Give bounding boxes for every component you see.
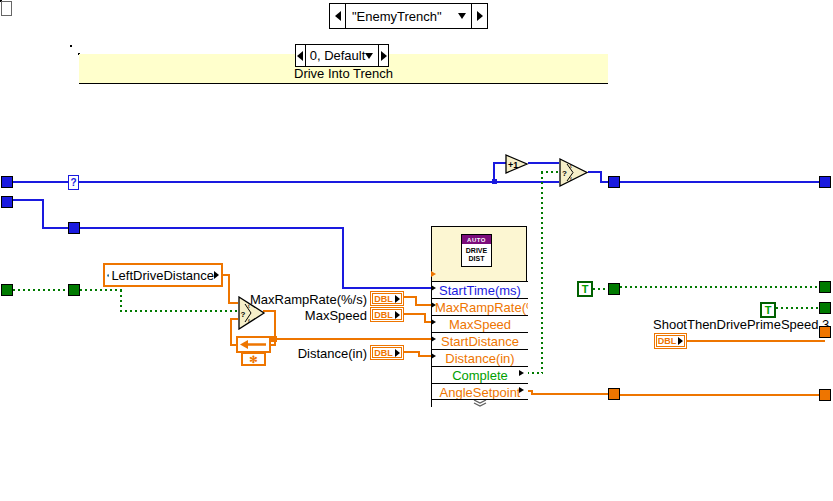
output-arrow-icon: [395, 311, 400, 319]
tunnel-green-inner-right[interactable]: [608, 283, 620, 295]
previous-case-button[interactable]: [296, 45, 306, 66]
wire-true2-out[interactable]: [776, 307, 819, 309]
inner-case-selector[interactable]: 0, Default: [295, 44, 389, 67]
dbl-type-label: DBL: [374, 310, 393, 320]
wire-blue-b3[interactable]: [42, 227, 344, 229]
input-arrow-icon: [431, 336, 436, 342]
inner-case-selector-label: 0, Default: [310, 48, 366, 63]
select-question-glyph: ?: [562, 169, 567, 178]
tunnel-blue-right[interactable]: [819, 176, 831, 188]
wire-green-out-right[interactable]: [620, 286, 819, 288]
dbl-terminal-maxspeed[interactable]: DBL: [370, 307, 404, 322]
dbl-terminal-distance[interactable]: DBL: [370, 345, 404, 360]
wire-junction-dot-orange[interactable]: [271, 336, 277, 342]
output-arrow-icon: [395, 349, 400, 357]
terminal-maxspeed[interactable]: MaxSpeed: [432, 315, 528, 332]
feedback-initializer[interactable]: ✻: [241, 352, 266, 366]
wire-complete-to-select[interactable]: [541, 171, 559, 173]
wire-dbl2-h[interactable]: [404, 313, 426, 315]
input-arrow-icon: [431, 353, 436, 359]
tunnel-orange-right-2[interactable]: [819, 389, 831, 401]
terminal-startdistance[interactable]: StartDistance: [432, 332, 528, 349]
tunnel-green-right-2[interactable]: [819, 302, 831, 314]
wire-blue-out-right[interactable]: [620, 181, 821, 183]
wire-blue-main[interactable]: [13, 181, 559, 183]
feedback-arrow-icon: [238, 338, 269, 351]
wire-true1-out[interactable]: [593, 288, 608, 290]
terminal-maxramprate[interactable]: MaxRampRate(%/s): [432, 298, 528, 315]
wire-green-in-1[interactable]: [13, 289, 70, 291]
wire-green-in-v[interactable]: [120, 290, 122, 311]
inner-case-structure-border[interactable]: [70, 45, 72, 47]
right-arrow-icon: [381, 51, 387, 61]
terminal-distance[interactable]: Distance(in): [432, 349, 528, 366]
wire-feedback-out-v[interactable]: [230, 318, 232, 346]
tunnel-blue-inner-right[interactable]: [608, 176, 620, 188]
next-case-button[interactable]: [378, 45, 388, 66]
select-question-glyph: ?: [241, 310, 246, 319]
tunnel-green-inner-left[interactable]: [68, 284, 80, 296]
subvi-header: AUTO DRIVE DIST: [432, 227, 526, 281]
expand-chevron[interactable]: [432, 399, 528, 407]
input-arrow-icon: [431, 271, 436, 277]
banner-text: Drive Into Trench: [294, 66, 393, 81]
tunnel-question-glyph: ?: [70, 177, 76, 188]
wire-green-to-select2[interactable]: [120, 310, 238, 312]
terminal-starttime[interactable]: StartTime(ms): [432, 281, 528, 298]
tunnel-green-right-1[interactable]: [819, 281, 831, 293]
next-case-button[interactable]: [471, 4, 487, 28]
feedback-init-glyph: ✻: [249, 354, 257, 365]
global-variable-label: LeftDriveDistance: [111, 268, 214, 283]
dbl-type-label: DBL: [374, 348, 393, 358]
dbl-terminal-maxramprate[interactable]: DBL: [370, 291, 404, 306]
increment-node[interactable]: +1: [505, 154, 529, 174]
output-arrow-icon: [678, 337, 683, 345]
dropdown-arrow-icon[interactable]: [458, 13, 466, 19]
dbl-constant-shootthendrive[interactable]: DBL: [654, 333, 687, 349]
terminal-complete[interactable]: Complete: [432, 366, 528, 383]
global-variable-leftdrivedistance[interactable]: LeftDriveDistance: [103, 263, 223, 287]
tunnel-blue-left-1[interactable]: [1, 176, 13, 188]
output-arrow-icon: [519, 370, 524, 376]
wire-orange-out-bottom[interactable]: [620, 394, 819, 396]
drive-dist-icon: AUTO DRIVE DIST: [461, 234, 492, 267]
tunnel-green-left[interactable]: [1, 284, 13, 296]
label-maxspeed: MaxSpeed: [280, 308, 367, 323]
wire-junction-dot[interactable]: [492, 179, 497, 184]
wire-shoot-dbl-out[interactable]: [687, 340, 825, 342]
increment-label: +1: [508, 160, 518, 170]
tunnel-orange-right-1[interactable]: [819, 326, 831, 338]
wire-feedback-to-select2[interactable]: [230, 318, 238, 320]
left-arrow-icon: [297, 51, 303, 61]
wire-blue-to-starttime[interactable]: [342, 287, 434, 289]
wire-complete-v[interactable]: [541, 172, 543, 373]
wire-increment-to-select[interactable]: [528, 162, 559, 164]
true-constant-2[interactable]: T: [760, 302, 776, 318]
drive-dist-subvi[interactable]: AUTO DRIVE DIST StartTime(ms) MaxRampRat…: [431, 226, 527, 407]
outer-case-selector[interactable]: "EnemyTrench": [329, 3, 488, 29]
select-node-top[interactable]: ? t f: [559, 158, 589, 187]
tunnel-blue-inner-left[interactable]: [68, 222, 80, 234]
true-constant-1[interactable]: T: [577, 281, 593, 297]
dropdown-arrow-icon[interactable]: [365, 53, 373, 59]
wire-blue-b1[interactable]: [13, 199, 44, 201]
right-arrow-icon: [477, 11, 483, 21]
icon-banner-text: AUTO: [462, 235, 491, 244]
labview-block-diagram: Drive Into Trench: [0, 0, 833, 501]
terminal-anglesetpoint[interactable]: AngleSetpoint: [432, 383, 528, 400]
double-chevron-down-icon: [473, 400, 487, 407]
tunnel-blue-left-2[interactable]: [1, 196, 13, 208]
wire-anglesetpoint-to-tunnel[interactable]: [531, 393, 608, 395]
output-arrow-icon: [214, 271, 219, 279]
wire-blue-b4[interactable]: [342, 227, 344, 288]
tunnel-orange-inner-right[interactable]: [608, 388, 620, 400]
outer-case-selector-label: "EnemyTrench": [352, 9, 442, 24]
wire-blue-b2[interactable]: [42, 199, 44, 228]
wire-to-startdistance[interactable]: [276, 338, 434, 340]
wire-green-in-2[interactable]: [80, 289, 122, 291]
output-arrow-icon: [395, 295, 400, 303]
feedback-node[interactable]: [236, 336, 271, 353]
true-label: T: [765, 304, 772, 316]
tunnel-unwired[interactable]: ?: [68, 175, 79, 190]
previous-case-button[interactable]: [330, 4, 346, 28]
